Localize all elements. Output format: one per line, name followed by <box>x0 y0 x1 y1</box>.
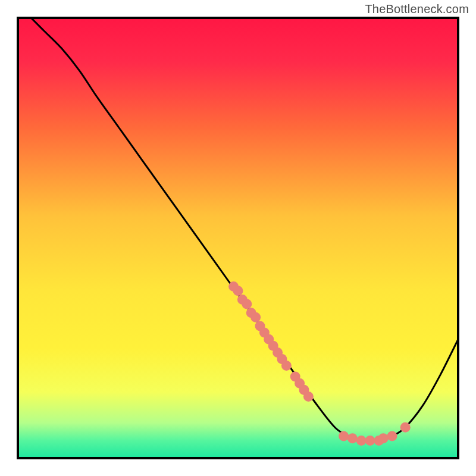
plot-background <box>18 18 458 458</box>
data-marker <box>339 431 349 441</box>
data-marker <box>233 286 243 296</box>
data-marker <box>356 436 367 446</box>
data-marker <box>281 361 292 371</box>
data-marker <box>387 431 397 441</box>
data-marker <box>242 299 252 309</box>
watermark-text: TheBottleneck.com <box>365 2 469 16</box>
chart-stage: TheBottleneck.com <box>0 0 476 476</box>
data-marker <box>378 433 389 443</box>
data-marker <box>400 422 411 433</box>
data-marker <box>303 392 314 402</box>
data-marker <box>365 436 375 446</box>
data-marker <box>250 312 261 322</box>
data-marker <box>347 433 358 443</box>
chart-svg <box>0 0 476 476</box>
